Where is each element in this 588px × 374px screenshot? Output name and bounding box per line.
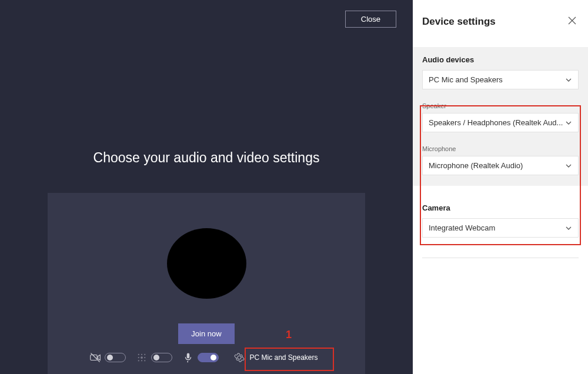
- microphone-dropdown[interactable]: Microphone (Realtek Audio): [422, 156, 579, 175]
- mic-control: [183, 352, 219, 363]
- chevron-down-icon: [565, 225, 572, 232]
- close-icon: [568, 16, 576, 25]
- close-button[interactable]: Close: [345, 11, 396, 28]
- device-settings-panel: Device settings 2 Audio devices PC Mic a…: [413, 0, 588, 374]
- mic-icon: [183, 352, 193, 363]
- camera-value: Integrated Webcam: [429, 223, 495, 232]
- device-settings-button[interactable]: PC Mic and Speakers: [229, 350, 322, 365]
- svg-point-4: [141, 356, 143, 359]
- chevron-down-icon: [565, 162, 572, 169]
- camera-label: Camera: [422, 203, 579, 212]
- svg-point-7: [141, 360, 142, 361]
- svg-point-5: [145, 357, 146, 358]
- speaker-label: Speaker: [422, 102, 579, 109]
- audio-section: Audio devices PC Mic and Speakers Speake…: [413, 47, 588, 186]
- microphone-label: Microphone: [422, 145, 579, 152]
- audio-devices-dropdown[interactable]: PC Mic and Speakers: [422, 70, 579, 89]
- avatar: [167, 228, 246, 299]
- svg-point-1: [141, 354, 142, 355]
- speaker-value: Speakers / Headphones (Realtek Aud...: [429, 118, 563, 127]
- svg-point-2: [145, 354, 146, 355]
- sidebar-title: Device settings: [422, 16, 496, 28]
- microphone-value: Microphone (Realtek Audio): [429, 161, 523, 170]
- audio-devices-label: Audio devices: [422, 55, 579, 64]
- camera-section: Camera Integrated Webcam: [422, 186, 579, 238]
- audio-devices-value: PC Mic and Speakers: [429, 75, 503, 84]
- join-now-button[interactable]: Join now: [178, 323, 234, 344]
- svg-point-3: [138, 357, 139, 358]
- speaker-dropdown[interactable]: Speakers / Headphones (Realtek Aud...: [422, 113, 579, 132]
- gear-icon: [234, 352, 245, 363]
- annotation-label-1: 1: [286, 329, 292, 341]
- mic-toggle[interactable]: [198, 353, 219, 362]
- camera-dropdown[interactable]: Integrated Webcam: [422, 218, 579, 238]
- divider: [422, 258, 579, 258]
- blur-toggle[interactable]: [151, 353, 172, 362]
- control-bar: PC Mic and Speakers: [48, 350, 365, 365]
- video-preview: Join now: [48, 193, 365, 374]
- blur-control: [136, 352, 172, 363]
- svg-point-6: [138, 360, 139, 361]
- svg-point-8: [145, 360, 146, 361]
- prejoin-main: Close Choose your audio and video settin…: [0, 0, 413, 374]
- page-title: Choose your audio and video settings: [93, 150, 320, 166]
- chevron-down-icon: [565, 76, 572, 84]
- device-status-label: PC Mic and Speakers: [249, 353, 318, 362]
- camera-toggle[interactable]: [105, 353, 126, 362]
- chevron-down-icon: [565, 119, 572, 126]
- background-blur-icon: [136, 352, 147, 363]
- close-panel-button[interactable]: [566, 14, 579, 29]
- camera-off-icon: [90, 352, 101, 363]
- camera-control: [90, 352, 126, 363]
- svg-point-0: [138, 354, 139, 355]
- sidebar-header: Device settings: [422, 14, 579, 29]
